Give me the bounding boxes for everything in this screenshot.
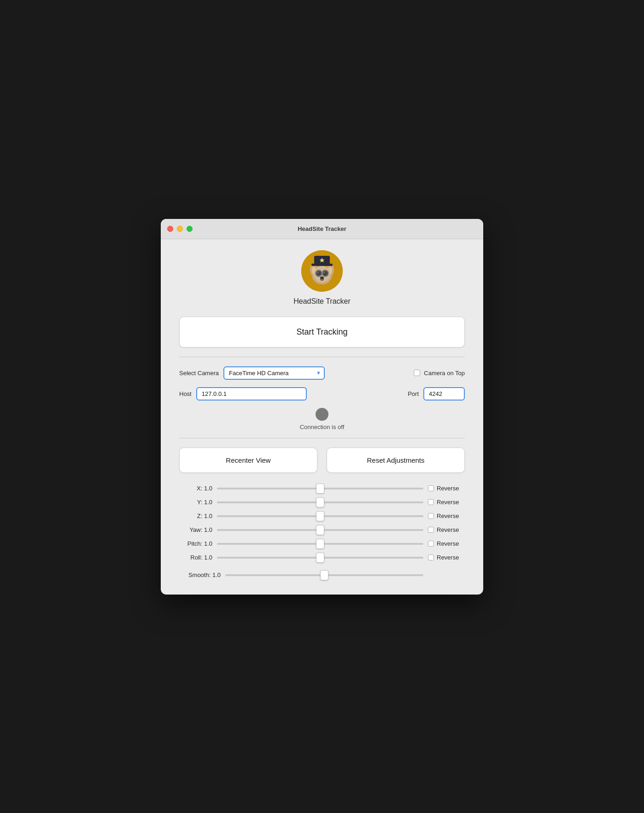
slider-pitch-reverse-group: Reverse [428, 540, 465, 547]
logo-image [301, 250, 343, 292]
slider-yaw-track [217, 525, 423, 535]
slider-roll-label: Roll: 1.0 [179, 554, 212, 561]
app-window: HeadSite Tracker [161, 219, 483, 595]
sliders-section: X: 1.0 Reverse Y: 1.0 Reverse [179, 484, 465, 580]
divider-2 [179, 438, 465, 438]
slider-yaw[interactable] [217, 529, 423, 531]
connection-status-dot [316, 408, 328, 421]
slider-y-reverse-checkbox[interactable] [428, 499, 434, 505]
actions-row: Recenter View Reset Adjustments [179, 448, 465, 473]
slider-x-label: X: 1.0 [179, 485, 212, 492]
host-group: Host [179, 387, 398, 401]
svg-point-12 [317, 271, 319, 273]
recenter-view-button[interactable]: Recenter View [179, 448, 317, 473]
slider-pitch-label: Pitch: 1.0 [179, 540, 212, 547]
slider-z-reverse-group: Reverse [428, 513, 465, 519]
slider-pitch-reverse-checkbox[interactable] [428, 541, 434, 547]
slider-roll-track [217, 553, 423, 562]
camera-right-group: Camera on Top [414, 370, 465, 377]
slider-pitch[interactable] [217, 543, 423, 545]
port-label: Port [408, 390, 419, 397]
connection-status-label: Connection is off [300, 424, 345, 430]
slider-row-smooth: Smooth: 1.0 [179, 571, 465, 580]
slider-pitch-reverse-label: Reverse [437, 540, 459, 547]
start-tracking-button[interactable]: Start Tracking [179, 317, 465, 348]
slider-smooth-track [225, 571, 423, 580]
slider-y-reverse-label: Reverse [437, 499, 459, 506]
title-bar: HeadSite Tracker [161, 219, 483, 239]
slider-yaw-reverse-checkbox[interactable] [428, 527, 434, 533]
slider-y-reverse-group: Reverse [428, 499, 465, 506]
slider-roll-reverse-label: Reverse [437, 554, 459, 561]
slider-row-pitch: Pitch: 1.0 Reverse [179, 539, 465, 548]
maximize-button[interactable] [187, 226, 193, 232]
slider-smooth[interactable] [225, 574, 423, 576]
slider-row-yaw: Yaw: 1.0 Reverse [179, 525, 465, 535]
slider-row-roll: Roll: 1.0 Reverse [179, 553, 465, 562]
slider-x[interactable] [217, 488, 423, 489]
slider-roll-reverse-checkbox[interactable] [428, 554, 434, 560]
slider-yaw-label: Yaw: 1.0 [179, 526, 212, 533]
slider-z-track [217, 512, 423, 521]
app-header: HeadSite Tracker [179, 250, 465, 306]
window-title: HeadSite Tracker [298, 225, 346, 232]
host-input[interactable] [196, 387, 307, 401]
connection-status: Connection is off [179, 408, 465, 430]
reset-adjustments-button[interactable]: Reset Adjustments [327, 448, 465, 473]
port-input[interactable] [423, 387, 465, 401]
slider-x-track [217, 484, 423, 493]
camera-select-wrapper: FaceTime HD Camera USB Camera Virtual Ca… [223, 366, 325, 380]
slider-roll-reverse-group: Reverse [428, 554, 465, 561]
slider-x-reverse-label: Reverse [437, 485, 459, 492]
camera-row: Select Camera FaceTime HD Camera USB Cam… [179, 366, 465, 380]
slider-smooth-label: Smooth: 1.0 [179, 571, 221, 578]
camera-on-top-checkbox[interactable] [414, 370, 420, 376]
slider-z-reverse-checkbox[interactable] [428, 513, 434, 519]
logo-background [301, 250, 343, 292]
divider-1 [179, 357, 465, 357]
slider-roll[interactable] [217, 557, 423, 559]
traffic-lights [167, 226, 193, 232]
host-port-row: Host Port [179, 387, 465, 401]
slider-x-reverse-checkbox[interactable] [428, 485, 434, 491]
svg-point-15 [324, 271, 325, 273]
slider-z-label: Z: 1.0 [179, 513, 212, 519]
slider-x-reverse-group: Reverse [428, 485, 465, 492]
slider-z-reverse-label: Reverse [437, 513, 459, 519]
slider-y[interactable] [217, 501, 423, 503]
main-content: HeadSite Tracker Start Tracking Select C… [161, 239, 483, 595]
slider-pitch-track [217, 539, 423, 548]
minimize-button[interactable] [177, 226, 183, 232]
svg-rect-16 [322, 273, 323, 274]
svg-point-17 [320, 277, 324, 279]
camera-select-label: Select Camera [179, 370, 219, 377]
app-name-label: HeadSite Tracker [293, 297, 351, 306]
camera-select[interactable]: FaceTime HD Camera USB Camera Virtual Ca… [223, 366, 325, 380]
slider-yaw-reverse-group: Reverse [428, 526, 465, 533]
port-group: Port [408, 387, 465, 401]
svg-point-11 [316, 271, 321, 276]
svg-point-14 [323, 271, 328, 276]
slider-yaw-reverse-label: Reverse [437, 526, 459, 533]
slider-row-z: Z: 1.0 Reverse [179, 512, 465, 521]
camera-left-group: Select Camera FaceTime HD Camera USB Cam… [179, 366, 325, 380]
camera-on-top-label: Camera on Top [424, 370, 465, 377]
slider-row-y: Y: 1.0 Reverse [179, 498, 465, 507]
slider-y-track [217, 498, 423, 507]
close-button[interactable] [167, 226, 173, 232]
app-logo [301, 250, 343, 292]
host-label: Host [179, 390, 192, 397]
slider-row-x: X: 1.0 Reverse [179, 484, 465, 493]
slider-z[interactable] [217, 515, 423, 517]
slider-y-label: Y: 1.0 [179, 499, 212, 506]
